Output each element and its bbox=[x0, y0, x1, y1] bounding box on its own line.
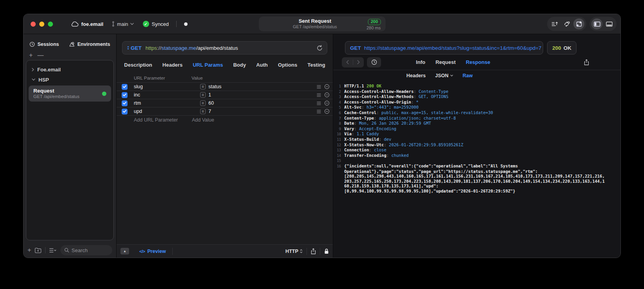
search-input[interactable]: Search bbox=[60, 245, 112, 255]
tree-group-foe-email[interactable]: Foe.email bbox=[26, 64, 113, 75]
toolbar-right bbox=[547, 17, 617, 31]
param-enabled-checkbox[interactable] bbox=[122, 100, 128, 106]
line-number: 11 bbox=[333, 137, 341, 142]
list-view-icon[interactable] bbox=[49, 248, 57, 253]
protocol-selector[interactable]: HTTP bbox=[285, 249, 303, 254]
tab-sessions[interactable]: Sessions bbox=[29, 42, 59, 47]
collapse-panel-button[interactable]: ▲ bbox=[120, 248, 129, 254]
new-item-button[interactable]: + bbox=[27, 247, 31, 253]
response-viewer: GET https://statuspage.me/api/embed/stat… bbox=[333, 34, 620, 258]
param-value[interactable]: 1 bbox=[208, 92, 317, 98]
workspace-area: foe.email main ✓ Synced bbox=[71, 21, 188, 27]
share-icon[interactable] bbox=[311, 248, 316, 254]
tab-info[interactable]: Info bbox=[416, 59, 425, 65]
method-selector[interactable]: GET bbox=[131, 45, 142, 51]
line-number: 6 bbox=[333, 110, 341, 116]
workspace-name[interactable]: foe.email bbox=[81, 21, 103, 27]
add-request-icon[interactable]: + bbox=[29, 52, 33, 58]
lock-icon[interactable] bbox=[324, 248, 329, 254]
sent-url-box[interactable]: GET https://statuspage.me/api/embed/stat… bbox=[345, 41, 543, 55]
tree-group-hsp[interactable]: HSP bbox=[26, 75, 113, 85]
branch-selector[interactable]: main bbox=[111, 21, 133, 27]
import-export-icon[interactable] bbox=[549, 18, 560, 29]
response-status-code: 200 bbox=[552, 45, 561, 51]
traffic-lights bbox=[31, 22, 53, 27]
tab-response[interactable]: Response bbox=[466, 59, 490, 65]
remove-request-icon[interactable]: — bbox=[37, 52, 44, 58]
sync-check-icon: ✓ bbox=[143, 21, 149, 27]
tab-auth[interactable]: Auth bbox=[256, 62, 268, 68]
subtab-json[interactable]: JSON bbox=[435, 73, 453, 78]
remove-param-icon[interactable] bbox=[324, 100, 330, 106]
request-response-panel-icon[interactable] bbox=[573, 18, 584, 29]
param-name[interactable]: slug bbox=[134, 84, 200, 89]
param-enabled-checkbox[interactable] bbox=[122, 92, 128, 98]
request-list-item-selected[interactable]: Request GET /api/embed/status bbox=[29, 85, 111, 102]
cloud-icon bbox=[71, 22, 78, 27]
param-enabled-checkbox[interactable] bbox=[122, 84, 128, 90]
back-icon[interactable] bbox=[342, 60, 353, 64]
tab-body[interactable]: Body bbox=[233, 62, 246, 68]
chevron-down-icon bbox=[450, 75, 453, 76]
sent-method: GET bbox=[350, 45, 361, 51]
param-name[interactable]: rtm bbox=[134, 100, 200, 106]
drag-handle-icon[interactable] bbox=[317, 110, 321, 113]
preview-button[interactable]: </> Preview bbox=[139, 249, 166, 254]
tab-description[interactable]: Description bbox=[124, 62, 152, 68]
response-line-text: X-Status-Now-Utc: 2026-01-26T20:29:59.85… bbox=[344, 142, 463, 148]
tab-url-params[interactable]: URL Params bbox=[193, 62, 223, 68]
sent-request-pill[interactable]: Sent Request GET /api/embed/status 200 2… bbox=[259, 16, 385, 31]
param-value[interactable]: 60 bbox=[208, 100, 317, 106]
response-line: 13Connection: close bbox=[333, 147, 620, 153]
add-param-value-placeholder[interactable]: Add Value bbox=[189, 117, 214, 123]
close-window-button[interactable] bbox=[31, 22, 36, 27]
flow-fork-icon[interactable] bbox=[561, 18, 572, 29]
url-separator: :// bbox=[157, 45, 161, 51]
line-number: 12 bbox=[333, 142, 341, 148]
response-line: 14Transfer-Encoding: chunked bbox=[333, 153, 620, 158]
new-folder-icon[interactable] bbox=[35, 247, 42, 253]
response-line-text: {"incidents":null,"overall":{"code":"ope… bbox=[344, 164, 518, 169]
response-line: 15 bbox=[333, 158, 620, 164]
param-value[interactable]: 7 bbox=[208, 109, 317, 114]
tab-request[interactable]: Request bbox=[436, 59, 456, 65]
response-url-row: GET https://statuspage.me/api/embed/stat… bbox=[345, 41, 576, 55]
resend-request-icon[interactable] bbox=[317, 45, 323, 51]
zoom-window-button[interactable] bbox=[48, 22, 53, 27]
tab-environments[interactable]: Environments bbox=[69, 42, 110, 47]
minimize-window-button[interactable] bbox=[39, 22, 44, 27]
remove-param-icon[interactable] bbox=[324, 109, 330, 114]
param-name[interactable]: upd bbox=[134, 109, 200, 114]
subtab-headers[interactable]: Headers bbox=[406, 73, 425, 78]
response-line: 6Cache-Control: public, max-age=15, stal… bbox=[333, 110, 620, 116]
sync-status[interactable]: ✓ Synced bbox=[143, 21, 169, 27]
add-param-name-placeholder[interactable]: Add URL Parameter bbox=[117, 117, 189, 123]
response-line: [0,99.94,100,99.93,99.98,99.95,100],"upd… bbox=[333, 189, 620, 194]
remove-param-icon[interactable] bbox=[324, 92, 330, 98]
tab-testing[interactable]: Testing bbox=[307, 62, 325, 68]
toggle-bottom-panel-icon[interactable] bbox=[604, 18, 615, 29]
sent-request-subtitle: GET /api/embed/status bbox=[263, 24, 367, 29]
drag-handle-icon[interactable] bbox=[317, 102, 321, 105]
param-value[interactable]: status bbox=[208, 84, 317, 89]
param-row: inc=1 bbox=[117, 91, 333, 99]
equals-icon: = bbox=[200, 92, 206, 98]
export-response-icon[interactable] bbox=[584, 59, 589, 65]
request-tabs: DescriptionHeadersURL ParamsBodyAuthOpti… bbox=[117, 60, 333, 70]
drag-handle-icon[interactable] bbox=[317, 93, 321, 97]
response-nav-row: InfoRequestResponse bbox=[333, 55, 620, 70]
param-name[interactable]: inc bbox=[134, 92, 200, 98]
response-line-text: Access-Control-Allow-Origin: * bbox=[344, 100, 419, 105]
tab-options[interactable]: Options bbox=[278, 62, 297, 68]
toggle-sidebar-icon[interactable] bbox=[591, 18, 602, 29]
param-enabled-checkbox[interactable] bbox=[122, 109, 128, 115]
request-duration: 280 ms bbox=[367, 25, 381, 31]
response-line-text: [0,99.94,100,99.93,99.98,99.95,100],"upd… bbox=[344, 189, 515, 194]
subtab-raw[interactable]: Raw bbox=[463, 73, 473, 78]
url-input[interactable]: https://statuspage.me/api/embed/status bbox=[146, 45, 238, 51]
remove-param-icon[interactable] bbox=[324, 84, 330, 89]
tab-headers[interactable]: Headers bbox=[162, 62, 182, 68]
method-stepper-icon[interactable] bbox=[127, 46, 130, 50]
drag-handle-icon[interactable] bbox=[317, 85, 321, 89]
status-dot bbox=[184, 22, 188, 26]
